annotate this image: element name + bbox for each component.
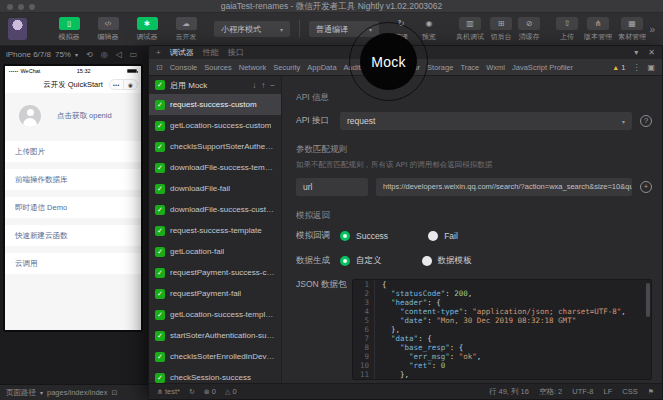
fail-radio-label[interactable]: Fail [444,231,458,241]
mock-rule-item[interactable]: ✓ getLocation-success-custom [149,115,281,136]
param-key-input[interactable]: url [296,178,368,196]
cursor-position[interactable]: 行 49, 列 16 [489,387,529,397]
mock-rule-item[interactable]: ✓ downloadFile-success-template [149,157,281,178]
add-rule-icon[interactable]: + [640,181,652,193]
warning-icon[interactable]: ▲1 [612,63,625,72]
mock-rule-item[interactable]: ✓ downloadFile-fail [149,178,281,199]
api-select[interactable]: request ▾ [340,112,632,130]
mock-rule-checkbox[interactable]: ✓ [155,310,165,320]
eol-setting[interactable]: LF [604,387,613,396]
warning-counter[interactable]: △ 0 [225,387,237,396]
mock-rule-item[interactable]: ✓ startSoterAuthentication-success [149,325,281,346]
toolbar-overflow-button[interactable]: » [649,24,655,35]
mock-rule-item[interactable]: ✓ downloadFile-success-custom [149,199,281,220]
account-avatar[interactable] [8,18,27,40]
mock-rule-checkbox[interactable]: ✓ [155,121,165,131]
fail-radio[interactable] [428,231,438,241]
mock-rule-item[interactable]: ✓ getLocation-success-template [149,304,281,325]
mock-rule-checkbox[interactable]: ✓ [155,289,165,299]
param-value-input[interactable]: https://developers.weixin.qq.com//search… [376,178,632,196]
language-mode[interactable]: CSS [622,387,637,396]
inspect-element-icon[interactable]: ⊡ [156,63,163,72]
devtools-tab[interactable]: JavaScript Profiler [512,63,573,72]
mock-rule-item[interactable]: ✓ requestPayment-success-custom [149,262,281,283]
devtools-tab[interactable]: Sources [204,63,232,72]
toolbar-action-button[interactable]: ⊘ 清缓存 [518,17,540,42]
error-counter[interactable]: ⊗ 0 [204,387,216,396]
toolbar-action-button[interactable]: ⋔ 版本管理 [584,17,612,42]
spotlight-mock-highlight[interactable]: Mock [360,33,417,90]
import-icon[interactable]: ↓ [252,81,256,90]
feedback-icon[interactable]: ⚑ [648,388,654,396]
sound-icon[interactable]: ◁ [116,50,122,59]
more-menu-icon[interactable]: ⋮ [632,63,640,72]
phone-menu-item[interactable]: 云调用 [5,253,141,274]
mock-rule-checkbox[interactable]: ✓ [155,226,165,236]
mock-rule-checkbox[interactable]: ✓ [155,142,165,152]
mock-rule-item[interactable]: ✓ checkIsSupportSoterAuthentication-succ… [149,136,281,157]
phone-menu-item[interactable]: 即时通信 Demo [5,197,141,218]
toolbar-action-button[interactable]: ⊞ 切后台 [490,17,512,42]
mock-rule-checkbox[interactable]: ✓ [155,352,165,362]
mock-rule-checkbox[interactable]: ✓ [155,100,165,110]
template-data-radio[interactable] [422,256,432,266]
exit-icon[interactable]: ◉ [124,80,137,90]
more-icon[interactable]: ••• [110,80,124,90]
sync-icon[interactable]: ↻ [189,388,195,396]
json-editor[interactable]: 1{2 "statusCode": 200,3 "header": {4 "co… [352,279,652,380]
phone-menu-item[interactable]: 快速新建云函数 [5,225,141,246]
debugger-header-tab[interactable]: 接口 [228,47,244,58]
mock-rule-item[interactable]: ✓ request-success-custom [149,94,281,115]
mock-rule-checkbox[interactable]: ✓ [155,184,165,194]
mock-rule-checkbox[interactable]: ✓ [155,247,165,257]
mock-rule-checkbox[interactable]: ✓ [155,268,165,278]
display-icon[interactable]: ▭ [130,50,138,59]
export-icon[interactable]: ↑ [261,81,265,90]
toolbar-action-button[interactable]: ▥ 真机调试 [456,17,484,42]
compile-mode-select[interactable]: 普通编译 ▾ [309,21,379,37]
phone-menu-item[interactable]: 前端操作数据库 [5,169,141,190]
program-mode-select[interactable]: 小程序模式 ▾ [214,21,290,37]
devtools-tab[interactable]: AppData [307,63,336,72]
zoom-level-select[interactable]: 75% [55,50,71,59]
help-icon[interactable]: ? [640,115,652,127]
debugger-header-tab[interactable]: 性能 [203,47,219,58]
mock-rule-checkbox[interactable]: ✓ [155,373,165,383]
mode-toggle-button[interactable]: ▯ 模拟器 [53,17,85,42]
mock-rule-item[interactable]: ✓ checkSession-success [149,367,281,383]
location-icon[interactable]: ◎ [101,50,108,59]
capsule-menu[interactable]: ••• ◉ [109,79,138,90]
mock-rule-checkbox[interactable]: ✓ [155,205,165,215]
toolbar-action-button[interactable]: ⇧ 上传 [556,17,578,42]
custom-data-radio[interactable] [340,256,350,266]
mode-toggle-button[interactable]: ☁ 云开发 [170,17,202,42]
debugger-header-tab[interactable]: 调试器 [170,47,194,58]
template-data-radio-label[interactable]: 数据模板 [438,255,472,267]
devtools-tab[interactable]: Storage [427,63,453,72]
indent-setting[interactable]: 空格: 2 [539,387,562,397]
rotate-icon[interactable]: ⟲ [86,50,93,59]
devtools-tab[interactable]: Console [170,63,198,72]
devtools-tab[interactable]: Network [239,63,267,72]
devtools-tab[interactable]: Trace [460,63,479,72]
get-openid-link[interactable]: 点击获取 openid [57,111,112,121]
toolbar-action-button[interactable]: ▦ 素材管理 [618,17,646,42]
toolbar-action-button[interactable]: ◉ 预览 [418,17,440,42]
add-tab-icon[interactable]: + [156,48,161,57]
mode-toggle-button[interactable]: ‹/› 编辑器 [92,17,124,42]
mock-rule-checkbox[interactable]: ✓ [155,331,165,341]
close-icon[interactable]: ✕ [648,48,655,57]
custom-data-radio-label[interactable]: 自定义 [356,255,382,267]
remove-icon[interactable]: − [270,81,275,90]
collapse-icon[interactable]: ▾ [634,48,638,57]
mock-rule-checkbox[interactable]: ✓ [155,163,165,173]
mock-rule-item[interactable]: ✓ requestPayment-fail [149,283,281,304]
success-radio[interactable] [340,231,350,241]
enable-mock-checkbox[interactable]: ✓ [155,80,165,90]
editor-scrollbar[interactable] [646,283,650,317]
devtools-tab[interactable]: Security [273,63,300,72]
page-path-label[interactable]: 页面路径 [6,388,36,398]
success-radio-label[interactable]: Success [356,231,388,241]
copy-icon[interactable]: ⊡ [111,389,117,397]
encoding-setting[interactable]: UTF-8 [572,387,593,396]
